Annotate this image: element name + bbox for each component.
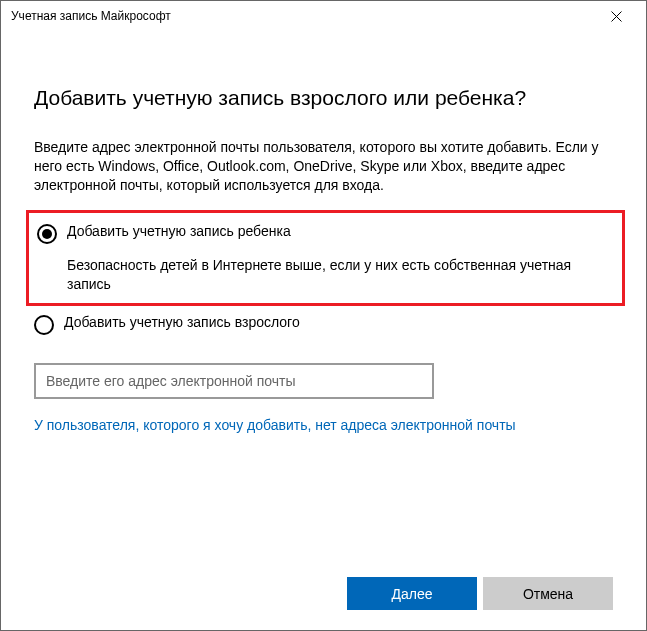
titlebar: Учетная запись Майкрософт xyxy=(1,1,646,31)
dialog-content: Добавить учетную запись взрослого или ре… xyxy=(1,31,646,454)
window-title: Учетная запись Майкрософт xyxy=(11,9,171,23)
radio-button-icon xyxy=(37,224,57,244)
button-bar: Далее Отмена xyxy=(347,577,613,610)
radio-selected-dot xyxy=(42,229,52,239)
radio-sublabel-child: Безопасность детей в Интернете выше, есл… xyxy=(67,256,610,294)
page-heading: Добавить учетную запись взрослого или ре… xyxy=(34,86,613,110)
radio-option-adult[interactable]: Добавить учетную запись взрослого xyxy=(34,314,613,335)
radio-option-child[interactable]: Добавить учетную запись ребенка xyxy=(37,223,610,244)
radio-button-icon xyxy=(34,315,54,335)
radio-label-child: Добавить учетную запись ребенка xyxy=(67,223,291,239)
radio-label-adult: Добавить учетную запись взрослого xyxy=(64,314,300,330)
close-button[interactable] xyxy=(596,2,636,30)
no-email-link[interactable]: У пользователя, которого я хочу добавить… xyxy=(34,417,516,433)
email-field[interactable] xyxy=(34,363,434,399)
description-text: Введите адрес электронной почты пользова… xyxy=(34,138,613,195)
next-button[interactable]: Далее xyxy=(347,577,477,610)
highlighted-option: Добавить учетную запись ребенка Безопасн… xyxy=(26,210,625,307)
close-icon xyxy=(611,11,622,22)
cancel-button[interactable]: Отмена xyxy=(483,577,613,610)
